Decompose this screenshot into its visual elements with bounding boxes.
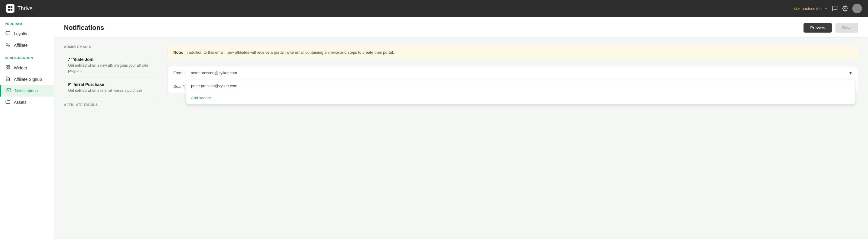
affiliate-signup-icon <box>5 76 11 82</box>
from-row: From : peter.prescott@zylker.com ▼ peter… <box>168 67 858 80</box>
dropdown-email-item[interactable]: peter.prescott@zylker.com <box>186 80 855 92</box>
workspace-name: pastecs test <box>802 6 823 11</box>
preview-button[interactable]: Preview <box>804 23 832 33</box>
svg-rect-7 <box>6 65 7 67</box>
svg-rect-0 <box>8 6 10 8</box>
content-body: ADMIN EMAILS Affiliate Join Get noti <box>54 38 868 118</box>
topnav-left: Thrive <box>6 4 33 13</box>
save-button[interactable]: Save <box>835 23 858 33</box>
messages-button[interactable] <box>832 5 838 11</box>
svg-rect-10 <box>8 68 10 69</box>
note-text: In addition to this email, new affiliate… <box>183 50 394 55</box>
svg-rect-9 <box>6 68 7 69</box>
workspace-arrow-icon[interactable]: ▼ <box>824 7 828 10</box>
from-value: peter.prescott@zylker.com <box>191 71 846 75</box>
code-icon: </> <box>793 6 800 11</box>
svg-rect-3 <box>10 9 12 10</box>
admin-emails-label: ADMIN EMAILS <box>64 45 160 49</box>
sidebar-notifications-label: Notifications <box>15 88 38 93</box>
loyalty-icon <box>5 31 11 37</box>
from-label: From : <box>173 71 188 75</box>
main-content: Notifications Preview Save ADMIN EMAILS <box>54 17 868 239</box>
sidebar-item-loyalty[interactable]: Loyalty <box>0 28 54 39</box>
sidebar-item-affiliate-signup[interactable]: Affiliate Signup <box>0 74 54 85</box>
sidebar-loyalty-label: Loyalty <box>14 31 27 36</box>
svg-rect-8 <box>8 65 10 67</box>
svg-rect-1 <box>10 6 12 8</box>
affiliate-emails-section: AFFILIATE EMAILS <box>64 103 160 107</box>
user-avatar[interactable] <box>852 4 862 13</box>
sidebar-assets-label: Assets <box>14 100 27 105</box>
header-actions: Preview Save <box>804 23 858 33</box>
svg-rect-5 <box>6 31 10 34</box>
toggle-thumb <box>70 58 74 63</box>
topnav-right: </> pastecs test ▼ <box>793 4 862 13</box>
page-header: Notifications Preview Save <box>54 17 868 38</box>
sidebar-affiliate-signup-label: Affiliate Signup <box>14 77 42 82</box>
notif-referral-purchase-title: Referral Purchase <box>68 82 160 87</box>
right-panel: Note: In addition to this email, new aff… <box>160 45 868 111</box>
page-title: Notifications <box>64 24 104 32</box>
svg-rect-2 <box>8 9 10 10</box>
notif-referral-purchase: Referral Purchase Get notified when a re… <box>64 78 160 98</box>
settings-button[interactable] <box>842 5 848 11</box>
configuration-section-label: CONFIGURATION <box>0 56 54 62</box>
note-box: Note: In addition to this email, new aff… <box>167 45 858 60</box>
sidebar-item-assets[interactable]: Assets <box>0 97 54 108</box>
notif-affiliate-join-desc: Get notified when a new affiliate joins … <box>68 63 160 73</box>
notif-affiliate-join-title: Affiliate Join <box>68 57 160 62</box>
code-badge: </> pastecs test ▼ <box>793 6 828 11</box>
dropdown-add-sender[interactable]: Add sender <box>186 92 855 104</box>
sidebar-item-notifications[interactable]: Notifications <box>0 85 54 97</box>
toggle-thumb <box>70 84 74 88</box>
widget-icon <box>5 65 11 71</box>
email-card: From : peter.prescott@zylker.com ▼ peter… <box>167 66 858 93</box>
notif-affiliate-join: Affiliate Join Get notified when a new a… <box>64 53 160 78</box>
affiliate-emails-label: AFFILIATE EMAILS <box>64 103 160 107</box>
notif-referral-purchase-desc: Get notified when a referral makes a pur… <box>68 88 160 93</box>
svg-point-4 <box>844 8 846 9</box>
from-dropdown: peter.prescott@zylker.com Add sender <box>186 80 855 104</box>
sidebar-item-widget[interactable]: Widget <box>0 62 54 74</box>
logo-icon <box>6 4 14 13</box>
left-panel: ADMIN EMAILS Affiliate Join Get noti <box>64 45 160 111</box>
notifications-icon <box>6 88 12 94</box>
sidebar-affiliate-label: Affiliate <box>14 43 28 48</box>
note-bold: Note: <box>173 50 183 55</box>
layout: PROGRAM Loyalty Affiliate CONFIGURATION … <box>0 17 868 239</box>
program-section-label: PROGRAM <box>0 22 54 28</box>
sidebar-widget-label: Widget <box>14 65 27 70</box>
svg-point-6 <box>7 43 8 44</box>
notif-affiliate-join-text: Affiliate Join Get notified when a new a… <box>68 57 160 73</box>
topnav: Thrive </> pastecs test ▼ <box>0 0 868 17</box>
app-title: Thrive <box>18 5 33 12</box>
from-dropdown-arrow-icon[interactable]: ▼ <box>848 71 852 75</box>
affiliate-icon <box>5 42 11 48</box>
assets-icon <box>5 99 11 105</box>
notif-referral-purchase-text: Referral Purchase Get notified when a re… <box>68 82 160 93</box>
sidebar-item-affiliate[interactable]: Affiliate <box>0 39 54 51</box>
sidebar: PROGRAM Loyalty Affiliate CONFIGURATION … <box>0 17 54 239</box>
